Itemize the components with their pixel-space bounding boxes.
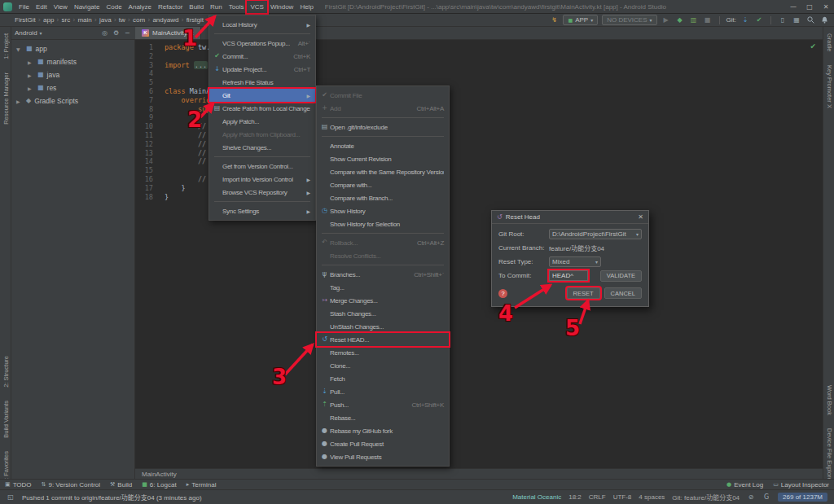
device-manager-icon[interactable]: ▯ — [778, 17, 788, 24]
chevron-right-icon[interactable]: ▶ — [28, 72, 34, 78]
vcs-menu-item-apply-patch[interactable]: Apply Patch... — [209, 115, 315, 128]
git-commit-icon[interactable]: ✔ — [754, 17, 764, 24]
git-menu-item-show-current-revision[interactable]: Show Current Revision — [317, 152, 449, 165]
git-menu-item-create-pull-request[interactable]: ●Create Pull Request — [317, 437, 449, 450]
project-tree-item-gradle-scripts[interactable]: ▶◆Gradle Scripts — [11, 94, 134, 107]
git-menu-item-compare-with-branch[interactable]: Compare with Branch... — [317, 191, 449, 204]
toolwindow-tab-event-log[interactable]: ●Event Log — [726, 481, 763, 489]
git-menu-item-open-git-info-exclude[interactable]: ▤Open .git/info/exclude — [317, 121, 449, 134]
git-menu-item-reset-head[interactable]: ↺Reset HEAD... — [317, 333, 449, 346]
theme-indicator[interactable]: Material Oceanic — [512, 493, 561, 501]
vcs-menu-item-import-into-version-control[interactable]: Import into Version Control▶ — [209, 173, 315, 186]
git-menu-item-push[interactable]: ⇡Push...Ctrl+Shift+K — [317, 398, 449, 411]
vcs-menu-item-commit[interactable]: ✔Commit...Ctrl+K — [209, 50, 315, 63]
toolwindow-tab-layout-inspector[interactable]: ▭Layout Inspector — [773, 481, 829, 489]
chevron-right-icon[interactable]: ▶ — [16, 99, 23, 104]
git-menu-item-view-pull-requests[interactable]: ●View Pull Requests — [317, 450, 449, 463]
breadcrumb-item-tw[interactable]: tw — [119, 16, 125, 24]
vcs-menu-item-browse-vcs-repository[interactable]: Browse VCS Repository▶ — [209, 186, 315, 199]
toolwindow-tab-6-logcat[interactable]: ■6: Logcat — [142, 481, 177, 489]
toolwindow-button-build-variants[interactable]: Build Variants — [2, 401, 10, 438]
git-update-icon[interactable]: ⇣ — [740, 17, 750, 24]
project-view-selector[interactable]: Android ▾ — [15, 29, 42, 37]
menubar-item-file[interactable]: File — [15, 1, 33, 13]
menubar-item-analyze[interactable]: Analyze — [125, 1, 155, 13]
vcs-menu-item-update-project[interactable]: ↓Update Project...Ctrl+T — [209, 63, 315, 76]
toolwindow-tab-todo[interactable]: ▣TODO — [5, 481, 32, 489]
apply-changes-icon[interactable]: ↯ — [549, 17, 559, 24]
profiler-icon[interactable]: ▥ — [689, 17, 699, 24]
breadcrumb-item-andyawd[interactable]: andyawd — [152, 16, 178, 24]
vcs-menu-item-refresh-file-status[interactable]: Refresh File Status — [209, 76, 315, 89]
menubar-item-run[interactable]: Run — [207, 1, 226, 13]
sdk-manager-icon[interactable]: ▦ — [792, 17, 801, 24]
git-menu-item-pull[interactable]: ⇣Pull... — [317, 385, 449, 398]
git-menu-item-compare-with-the-same-repository-version[interactable]: Compare with the Same Repository Version — [317, 165, 449, 178]
git-root-combo[interactable]: D:\AndroidProject\FirstGit ▾ — [549, 229, 642, 239]
toolwindow-button-1-project[interactable]: 1: Project — [2, 33, 10, 59]
git-menu-item-show-history-for-selection[interactable]: Show History for Selection — [317, 217, 449, 230]
locate-file-icon[interactable]: ◎ — [100, 30, 109, 37]
breadcrumb-item-firstgit[interactable]: firstgit — [187, 16, 204, 24]
breadcrumb-item-java[interactable]: java — [99, 16, 112, 24]
vcs-menu-item-create-patch-from-local-changes[interactable]: ▤Create Patch from Local Changes... — [209, 102, 315, 115]
line-ending-indicator[interactable]: CRLF — [589, 493, 606, 501]
close-button[interactable]: ✕ — [818, 3, 834, 11]
indent-indicator[interactable]: 4 spaces — [639, 493, 665, 501]
vcs-menu-item-git[interactable]: Git▶ — [209, 89, 315, 102]
git-menu-item-clone[interactable]: Clone... — [317, 359, 449, 372]
chevron-right-icon[interactable]: ▶ — [28, 85, 34, 91]
breadcrumb-item[interactable]: MainActivity — [142, 471, 177, 478]
breadcrumb-item-main[interactable]: main — [77, 16, 91, 24]
settings-gear-icon[interactable]: ⚙ — [112, 30, 121, 37]
git-menu-item-compare-with[interactable]: Compare with... — [317, 178, 449, 191]
toolwindow-quick-access-icon[interactable]: ◱ — [7, 494, 15, 501]
project-tree-item-manifests[interactable]: ▶■manifests — [11, 55, 134, 68]
hide-panel-icon[interactable]: ─ — [123, 30, 132, 37]
breadcrumb-item-firstgit[interactable]: FirstGit — [15, 16, 36, 24]
toolwindow-button-device-file-explorer[interactable]: Device File Explorer — [826, 428, 833, 483]
menubar-item-help[interactable]: Help — [296, 1, 316, 13]
toolwindow-button-2-structure[interactable]: 2: Structure — [2, 356, 10, 388]
to-commit-input[interactable]: HEAD^ — [549, 270, 588, 281]
help-icon[interactable]: ? — [498, 289, 507, 298]
editor-tab-mainactivity[interactable]: K MainActivity.kt — [135, 26, 201, 39]
git-menu-item-show-history[interactable]: ◷Show History — [317, 204, 449, 217]
maximize-button[interactable]: □ — [801, 3, 818, 11]
vcs-menu-item-local-history[interactable]: Local History▶ — [209, 18, 315, 31]
toolwindow-button-gradle[interactable]: Gradle — [826, 33, 833, 52]
toolwindow-button-key-promoter-x[interactable]: Key Promoter X — [826, 65, 833, 108]
menubar-item-refactor[interactable]: Refactor — [155, 1, 186, 13]
project-tree-item-res[interactable]: ▶■res — [11, 81, 134, 94]
run-icon[interactable]: ▶ — [661, 17, 671, 24]
breadcrumb-item-src[interactable]: src — [62, 16, 71, 24]
vcs-menu-item-vcs-operations-popup[interactable]: VCS Operations Popup...Alt+` — [209, 37, 315, 50]
project-tree-item-java[interactable]: ▶■java — [11, 68, 134, 81]
menubar-item-navigate[interactable]: Navigate — [71, 1, 103, 13]
run-config-selector[interactable]: ■ APP ▾ — [563, 15, 598, 25]
chevron-down-icon[interactable]: ▼ — [16, 46, 23, 52]
git-menu-item-branches[interactable]: ψBranches...Ctrl+Shift+` — [317, 268, 449, 281]
project-tree-item-app[interactable]: ▼■app — [11, 42, 134, 55]
toolwindow-button-resource-manager[interactable]: Resource Manager — [2, 72, 10, 125]
menubar-item-vcs[interactable]: VCS — [247, 1, 266, 13]
vcs-menu-item-sync-settings[interactable]: Sync Settings▶ — [209, 204, 315, 217]
cancel-button[interactable]: CANCEL — [604, 287, 642, 299]
vcs-menu-item-get-from-version-control[interactable]: Get from Version Control... — [209, 160, 315, 173]
chevron-right-icon[interactable]: ▶ — [28, 59, 34, 65]
git-menu-item-rebase-my-github-fork[interactable]: ●Rebase my GitHub fork — [317, 424, 449, 437]
git-menu-item-unstash-changes[interactable]: UnStash Changes... — [317, 320, 449, 333]
toolwindow-button-word-book[interactable]: Word Book — [826, 385, 833, 415]
menubar-item-edit[interactable]: Edit — [33, 1, 50, 13]
toolwindow-tab-terminal[interactable]: ▸Terminal — [187, 481, 217, 489]
git-menu-item-stash-changes[interactable]: Stash Changes... — [317, 307, 449, 320]
menubar-item-tools[interactable]: Tools — [226, 1, 248, 13]
debug-icon[interactable]: ◆ — [675, 17, 685, 24]
device-selector[interactable]: NO DEVICES ▾ — [602, 15, 656, 25]
menubar-item-window[interactable]: Window — [267, 1, 296, 13]
menubar-item-code[interactable]: Code — [103, 1, 125, 13]
git-menu-item-fetch[interactable]: Fetch — [317, 372, 449, 385]
breadcrumb-item-app[interactable]: app — [43, 16, 54, 24]
vcs-menu-item-shelve-changes[interactable]: Shelve Changes... — [209, 141, 315, 154]
menubar-item-build[interactable]: Build — [186, 1, 207, 13]
